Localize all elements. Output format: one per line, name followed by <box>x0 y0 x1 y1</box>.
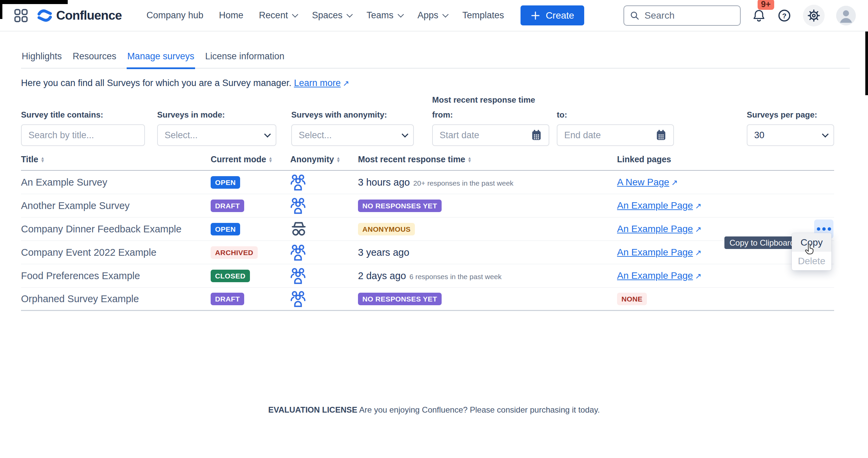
survey-title: Food Preferences Example <box>21 270 211 282</box>
start-date-input[interactable]: Start date <box>432 124 549 146</box>
nav-item-teams[interactable]: Teams <box>366 10 402 21</box>
column-header-label: Most recent response time <box>358 154 465 164</box>
external-link-icon: ↗ <box>695 202 701 210</box>
mode-cell: DRAFT <box>211 200 290 212</box>
calendar-icon <box>656 129 666 141</box>
mode-cell: ARCHIVED <box>211 246 290 259</box>
search-input[interactable] <box>644 10 735 21</box>
tab-manage-surveys[interactable]: Manage surveys <box>127 51 195 69</box>
status-badge: NO RESPONSES YET <box>358 200 442 212</box>
license-label: EVALUATION LICENSE <box>268 405 357 414</box>
mode-select[interactable]: Select... <box>157 124 276 146</box>
chevron-down-icon <box>398 11 404 17</box>
avatar <box>836 6 856 25</box>
linked-page-link[interactable]: An Example Page <box>617 200 693 211</box>
search-icon <box>630 11 640 21</box>
anonymity-cell <box>290 174 358 191</box>
filter-title-contains: Survey title contains: <box>21 110 145 146</box>
nav-item-templates[interactable]: Templates <box>462 10 504 21</box>
vertical-scrollbar-thumb[interactable] <box>865 32 868 95</box>
nav-item-recent[interactable]: Recent <box>259 10 297 21</box>
nav-item-spaces[interactable]: Spaces <box>312 10 351 21</box>
nav-item-label: Apps <box>418 10 439 21</box>
learn-more-link[interactable]: Learn more <box>294 78 341 88</box>
sort-icon[interactable] <box>468 157 471 163</box>
survey-title: Another Example Survey <box>21 200 211 211</box>
nav-item-label: Teams <box>366 10 394 21</box>
profile-button[interactable] <box>836 6 856 25</box>
status-badge: OPEN <box>211 176 240 189</box>
survey-title: Orphaned Survey Example <box>21 293 211 305</box>
from-date-field: from: Start date <box>432 110 549 146</box>
column-header-title: Title <box>21 154 211 164</box>
nav-item-label: Company hub <box>146 10 203 21</box>
plus-icon <box>531 11 540 20</box>
response-cell: ANONYMOUS <box>358 223 617 235</box>
table-row: Food Preferences ExampleCLOSED 2 days ag… <box>21 264 834 288</box>
linked-page-link[interactable]: An Example Page <box>617 270 693 281</box>
table-header-row: TitleCurrent modeAnonymityMost recent re… <box>21 154 834 171</box>
copy-to-clipboard-tooltip: Copy to Clipboard <box>724 236 800 249</box>
create-button[interactable]: Create <box>521 5 584 25</box>
tab-resources[interactable]: Resources <box>72 51 117 69</box>
intro-text: Here you can find all Surveys for which … <box>21 78 868 88</box>
chevron-down-icon <box>346 11 353 17</box>
people-group-icon <box>290 244 358 261</box>
calendar-icon <box>531 129 542 141</box>
to-date-field: to: End date <box>557 110 674 146</box>
help-button[interactable]: ? <box>777 8 791 23</box>
tab-bar: HighlightsResourcesManage surveysLicense… <box>21 51 850 69</box>
people-group-icon <box>290 174 358 191</box>
title-filter-input[interactable] <box>21 124 145 146</box>
search-input-wrap <box>623 5 741 26</box>
tab-highlights[interactable]: Highlights <box>21 51 63 69</box>
filter-per-page: Surveys per page: 30 <box>747 110 834 146</box>
column-header-label: Title <box>21 154 38 164</box>
filter-mode: Surveys in mode: Select... <box>157 110 276 146</box>
sort-icon[interactable] <box>337 157 340 163</box>
external-link-icon: ↗ <box>343 79 349 88</box>
filter-label: Surveys with anonymity: <box>291 110 414 120</box>
response-cell: 3 hours ago20+ responses in the past wee… <box>358 177 617 188</box>
app-switcher-icon[interactable] <box>14 9 28 22</box>
external-link-icon: ↗ <box>671 178 678 187</box>
status-badge: NO RESPONSES YET <box>358 293 442 305</box>
bell-icon <box>752 8 766 23</box>
window-edge-artifact <box>0 0 2 19</box>
external-link-icon: ↗ <box>695 248 701 257</box>
table-body: An Example SurveyOPEN 3 hours ago20+ res… <box>21 171 834 311</box>
notifications-button[interactable]: 9+ <box>752 8 766 23</box>
per-page-select[interactable]: 30 <box>747 124 834 146</box>
confluence-logo[interactable]: Confluence <box>37 8 122 23</box>
nav-item-apps[interactable]: Apps <box>418 10 447 21</box>
nav-item-company-hub[interactable]: Company hub <box>146 10 203 21</box>
sort-icon[interactable] <box>41 157 44 163</box>
survey-title: An Example Survey <box>21 177 211 188</box>
chevron-down-icon <box>822 131 829 138</box>
column-header-label: Anonymity <box>290 154 334 164</box>
sort-icon[interactable] <box>269 157 272 163</box>
surveys-table: TitleCurrent modeAnonymityMost recent re… <box>21 154 834 311</box>
settings-button[interactable] <box>803 5 825 26</box>
filter-label: Survey title contains: <box>21 110 145 120</box>
group-label: Most recent response time <box>432 95 674 105</box>
external-link-icon: ↗ <box>695 225 701 234</box>
anonymity-select[interactable]: Select... <box>291 124 414 146</box>
notifications-count-badge: 9+ <box>758 0 774 10</box>
filter-response-time: Most recent response time from: Start da… <box>432 95 674 146</box>
linked-page-link[interactable]: An Example Page <box>617 224 693 234</box>
linked-page-link[interactable]: A New Page <box>617 177 669 187</box>
table-row: Another Example SurveyDRAFT NO RESPONSES… <box>21 194 834 217</box>
column-header-linked-pages: Linked pages <box>617 154 834 164</box>
confluence-logo-icon <box>37 8 52 23</box>
linked-page-link[interactable]: An Example Page <box>617 247 693 257</box>
chevron-down-icon <box>402 131 408 138</box>
survey-title: Company Dinner Feedback Example <box>21 224 211 235</box>
tab-license-information[interactable]: License information <box>205 51 285 69</box>
chevron-down-icon <box>292 11 298 17</box>
anonymity-cell <box>290 221 358 237</box>
nav-item-label: Home <box>219 10 244 21</box>
nav-item-home[interactable]: Home <box>219 10 244 21</box>
end-date-input[interactable]: End date <box>557 124 674 146</box>
chevron-down-icon <box>264 131 271 138</box>
